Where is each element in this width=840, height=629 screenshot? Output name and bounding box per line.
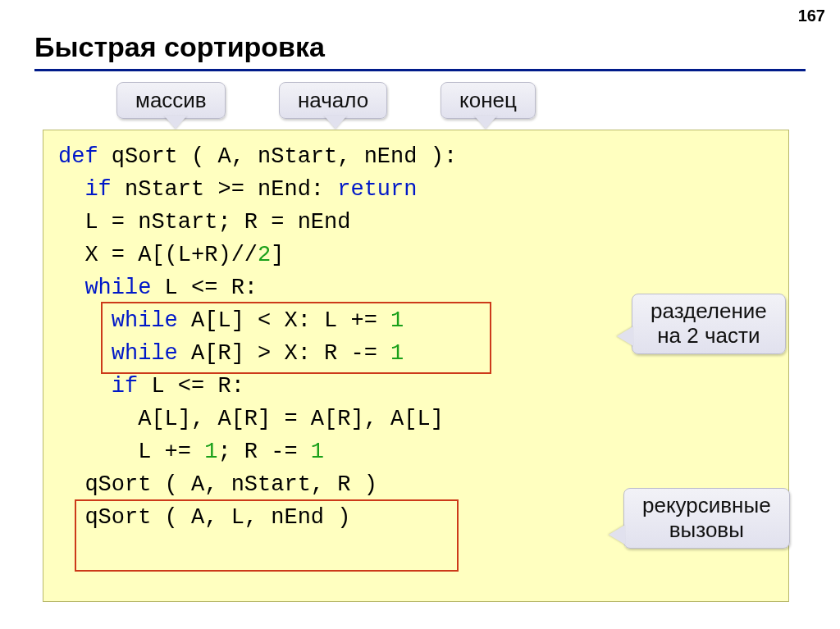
- kw-def: def: [58, 144, 98, 169]
- callout-end-tail: [474, 116, 497, 129]
- code-l10a: L +=: [58, 440, 204, 464]
- code-l9: A[L], A[R] = A[R], A[L]: [58, 407, 444, 431]
- callout-recursive: рекурсивные вызовы: [623, 488, 790, 549]
- title-rule: [34, 69, 806, 71]
- kw-while: while: [58, 276, 151, 300]
- highlight-recursive-box: [75, 499, 459, 572]
- highlight-split-box: [101, 302, 491, 374]
- callout-recursive-tail: [609, 525, 625, 545]
- callout-array: массив: [116, 82, 226, 119]
- callout-split-tail: [617, 326, 633, 346]
- code-l1: qSort ( A, nStart, nEnd ):: [98, 144, 457, 169]
- callout-array-tail: [164, 116, 187, 129]
- num-1c: 1: [204, 440, 217, 464]
- kw-if: if: [58, 177, 112, 202]
- code-l5: L <= R:: [151, 276, 258, 300]
- callout-end: конец: [441, 82, 536, 119]
- code-l11: qSort ( A, nStart, R ): [58, 472, 377, 497]
- code-l2: nStart >= nEnd:: [112, 177, 337, 202]
- page-number: 167: [798, 7, 825, 25]
- code-l8: L <= R:: [138, 374, 244, 399]
- callout-start-tail: [324, 116, 347, 129]
- code-l4a: X = A[(L+R)//: [58, 243, 258, 267]
- page-title: Быстрая сортировка: [34, 31, 325, 63]
- code-l10c: ; R -=: [217, 440, 310, 464]
- kw-return: return: [337, 177, 417, 202]
- callout-start: начало: [279, 82, 387, 119]
- kw-if-2: if: [58, 374, 138, 399]
- callout-split: разделение на 2 части: [632, 294, 786, 354]
- num-2: 2: [258, 243, 271, 267]
- code-l3: L = nStart; R = nEnd: [58, 210, 350, 235]
- code-l4c: ]: [271, 243, 284, 267]
- num-1d: 1: [311, 440, 324, 464]
